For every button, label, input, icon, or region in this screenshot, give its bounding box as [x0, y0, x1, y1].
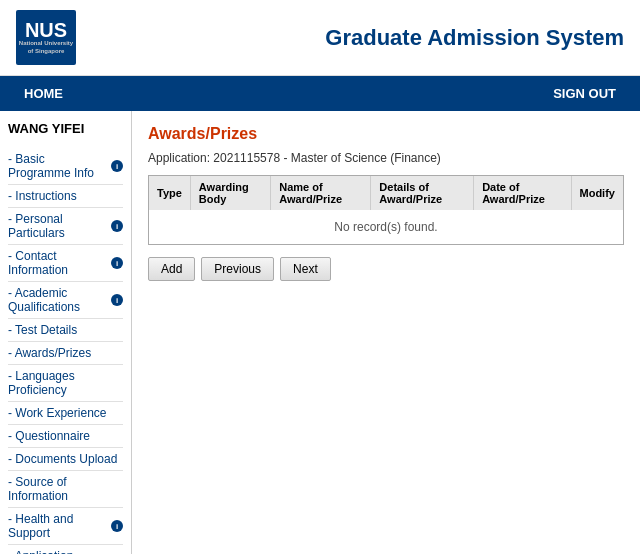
col-details: Details of Award/Prize — [371, 176, 474, 210]
col-date: Date of Award/Prize — [474, 176, 571, 210]
sidebar-label-documents: - Documents Upload — [8, 452, 117, 466]
sidebar-label-work: - Work Experience — [8, 406, 106, 420]
sidebar-item-test[interactable]: - Test Details — [8, 319, 123, 342]
info-icon-basic: i — [111, 160, 123, 172]
signout-nav-item[interactable]: SIGN OUT — [541, 76, 628, 111]
no-record-text: No record(s) found. — [149, 210, 623, 244]
sidebar-label-source: - Source of Information — [8, 475, 123, 503]
sidebar-label-languages: - Languages Proficiency — [8, 369, 123, 397]
sidebar-label-basic-programme: - Basic Programme Info — [8, 152, 108, 180]
logo-nus-text: NUS — [25, 20, 67, 40]
application-info: Application: 2021115578 - Master of Scie… — [148, 151, 624, 165]
button-row: Add Previous Next — [148, 257, 624, 281]
navbar: HOME SIGN OUT — [0, 76, 640, 111]
col-awarding-body: Awarding Body — [190, 176, 270, 210]
table-header-row: Type Awarding Body Name of Award/Prize D… — [149, 176, 623, 210]
table-row-empty: No record(s) found. — [149, 210, 623, 244]
awards-table-wrapper: Type Awarding Body Name of Award/Prize D… — [148, 175, 624, 245]
sidebar: WANG YIFEI - Basic Programme Info i - In… — [0, 111, 132, 554]
sidebar-item-instructions[interactable]: - Instructions — [8, 185, 123, 208]
sidebar-item-languages[interactable]: - Languages Proficiency — [8, 365, 123, 402]
sidebar-item-contact[interactable]: - Contact Information i — [8, 245, 123, 282]
logo-subtitle-text: National University of Singapore — [16, 40, 76, 56]
page-title: Awards/Prizes — [148, 125, 624, 143]
sidebar-label-academic: - Academic Qualifications — [8, 286, 108, 314]
sidebar-label-health: - Health and Support — [8, 512, 108, 540]
col-name-award: Name of Award/Prize — [271, 176, 371, 210]
sidebar-label-completeness: - Application Completeness Check & Submi… — [8, 549, 123, 554]
add-button[interactable]: Add — [148, 257, 195, 281]
previous-button[interactable]: Previous — [201, 257, 274, 281]
sidebar-item-documents[interactable]: - Documents Upload — [8, 448, 123, 471]
logo-area: NUS National University of Singapore — [16, 10, 76, 65]
sidebar-item-completeness[interactable]: - Application Completeness Check & Submi… — [8, 545, 123, 554]
sidebar-item-health[interactable]: - Health and Support i — [8, 508, 123, 545]
sidebar-item-work[interactable]: - Work Experience — [8, 402, 123, 425]
col-type: Type — [149, 176, 190, 210]
sidebar-item-questionnaire[interactable]: - Questionnaire — [8, 425, 123, 448]
home-nav-item[interactable]: HOME — [12, 76, 75, 111]
info-icon-academic: i — [111, 294, 123, 306]
header: NUS National University of Singapore Gra… — [0, 0, 640, 76]
info-icon-personal: i — [111, 220, 123, 232]
sidebar-label-awards: - Awards/Prizes — [8, 346, 91, 360]
sidebar-item-basic-programme[interactable]: - Basic Programme Info i — [8, 148, 123, 185]
sidebar-item-awards[interactable]: - Awards/Prizes — [8, 342, 123, 365]
nus-logo: NUS National University of Singapore — [16, 10, 76, 65]
main-content: Awards/Prizes Application: 2021115578 - … — [132, 111, 640, 554]
info-icon-contact: i — [111, 257, 123, 269]
awards-table: Type Awarding Body Name of Award/Prize D… — [149, 176, 623, 244]
sidebar-label-contact: - Contact Information — [8, 249, 108, 277]
sidebar-label-instructions: - Instructions — [8, 189, 77, 203]
sidebar-label-personal: - Personal Particulars — [8, 212, 108, 240]
sidebar-label-test: - Test Details — [8, 323, 77, 337]
next-button[interactable]: Next — [280, 257, 331, 281]
sidebar-item-source[interactable]: - Source of Information — [8, 471, 123, 508]
sidebar-username: WANG YIFEI — [8, 121, 123, 136]
site-title: Graduate Admission System — [325, 25, 624, 51]
main-layout: WANG YIFEI - Basic Programme Info i - In… — [0, 111, 640, 554]
col-modify: Modify — [571, 176, 623, 210]
info-icon-health: i — [111, 520, 123, 532]
sidebar-item-academic[interactable]: - Academic Qualifications i — [8, 282, 123, 319]
sidebar-item-personal[interactable]: - Personal Particulars i — [8, 208, 123, 245]
sidebar-label-questionnaire: - Questionnaire — [8, 429, 90, 443]
